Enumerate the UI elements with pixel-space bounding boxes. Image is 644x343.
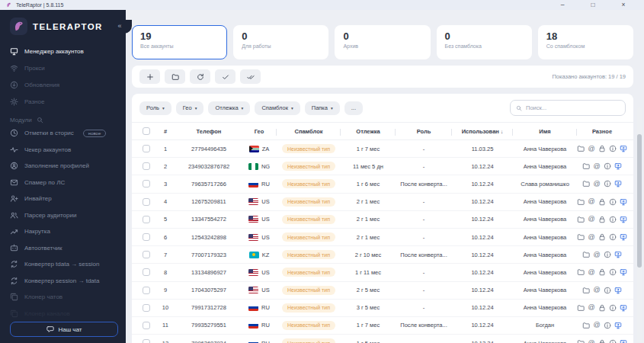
- info-icon[interactable]: [609, 339, 617, 343]
- at-icon[interactable]: @: [593, 162, 601, 170]
- stat-card[interactable]: 19 Все аккаунты: [132, 25, 227, 59]
- maximize-button[interactable]: □: [578, 0, 608, 10]
- monitor-sync-icon[interactable]: [614, 162, 622, 170]
- toolbar-button[interactable]: [139, 69, 160, 84]
- table-row[interactable]: 8 13134896927 US Неизвестный тип 1 г 11 …: [132, 264, 633, 281]
- at-icon[interactable]: @: [588, 198, 595, 206]
- monitor-sync-icon[interactable]: [620, 304, 627, 312]
- folder-icon[interactable]: [582, 287, 590, 294]
- sidebar-nav-item[interactable]: Обновления: [10, 76, 118, 93]
- filter-dropdown[interactable]: Отлежка ▾: [208, 101, 250, 115]
- at-icon[interactable]: @: [593, 180, 601, 188]
- folder-icon[interactable]: [582, 322, 590, 329]
- info-icon[interactable]: [609, 145, 617, 152]
- at-icon[interactable]: @: [588, 268, 595, 276]
- table-row[interactable]: 12 79963607934 RU Неизвестный тип 1 г 5 …: [132, 335, 633, 343]
- stat-card[interactable]: 0 Без спамблока: [437, 25, 532, 59]
- row-checkbox[interactable]: [143, 268, 150, 276]
- monitor-sync-icon[interactable]: [614, 180, 622, 188]
- lock-icon[interactable]: [598, 339, 606, 343]
- monitor-sync-icon[interactable]: [620, 339, 627, 343]
- monitor-sync-icon[interactable]: [620, 145, 627, 152]
- filter-dropdown[interactable]: Гео ▾: [176, 101, 204, 115]
- sidebar-module-item[interactable]: Автоответчик: [10, 240, 118, 257]
- at-icon[interactable]: @: [588, 145, 595, 152]
- monitor-sync-icon[interactable]: [614, 251, 622, 258]
- filter-dropdown[interactable]: Роль ▾: [139, 101, 171, 115]
- folder-icon[interactable]: [577, 198, 585, 206]
- at-icon[interactable]: @: [588, 216, 595, 223]
- table-row[interactable]: 1 27794496435 ZA Неизвестный тип 1 г 7 м…: [132, 140, 633, 158]
- lock-icon[interactable]: [598, 198, 606, 206]
- stat-card[interactable]: 0 Архив: [335, 25, 430, 59]
- lock-icon[interactable]: [598, 268, 606, 276]
- toolbar-button[interactable]: [190, 69, 210, 84]
- at-icon[interactable]: @: [593, 251, 601, 258]
- sidebar-module-item[interactable]: Парсер аудитории: [10, 207, 118, 224]
- monitor-sync-icon[interactable]: [620, 198, 627, 206]
- at-icon[interactable]: @: [588, 339, 595, 343]
- info-icon[interactable]: [604, 322, 611, 329]
- lock-icon[interactable]: [598, 233, 606, 241]
- table-row[interactable]: 3 79635717266 RU Неизвестный тип 1 г 6 м…: [132, 175, 633, 193]
- folder-icon[interactable]: [577, 304, 585, 312]
- search-icon[interactable]: [37, 117, 43, 123]
- col-name[interactable]: Имя: [513, 128, 577, 135]
- filter-dropdown[interactable]: Спамблок ▾: [255, 101, 300, 115]
- col-role[interactable]: Роль: [396, 128, 452, 135]
- sidebar-module-item[interactable]: Чекер аккаунтов: [10, 142, 118, 159]
- sidebar-module-item[interactable]: Спамер по ЛС: [10, 175, 118, 191]
- sidebar-nav-item[interactable]: Прокси: [10, 59, 118, 76]
- row-checkbox[interactable]: [143, 339, 150, 343]
- toolbar-button[interactable]: [165, 69, 185, 84]
- folder-icon[interactable]: [577, 145, 585, 152]
- col-phone[interactable]: Телефон: [176, 128, 242, 135]
- info-icon[interactable]: [604, 162, 611, 170]
- folder-icon[interactable]: [577, 339, 585, 343]
- row-checkbox[interactable]: [143, 162, 150, 170]
- info-icon[interactable]: [604, 287, 611, 294]
- sidebar-module-item[interactable]: Клонер чатов: [10, 289, 118, 306]
- search-input[interactable]: [526, 104, 620, 111]
- minimize-button[interactable]: –: [547, 0, 578, 10]
- info-icon[interactable]: [609, 304, 617, 312]
- at-icon[interactable]: @: [588, 304, 595, 312]
- info-icon[interactable]: [609, 216, 617, 223]
- table-row[interactable]: 9 17043075297 US Неизвестный тип 2 г 5 м…: [132, 282, 633, 300]
- close-button[interactable]: ×: [608, 0, 639, 10]
- row-checkbox[interactable]: [143, 145, 150, 152]
- lock-icon[interactable]: [598, 304, 606, 312]
- lock-icon[interactable]: [598, 216, 606, 223]
- sidebar-module-item[interactable]: Конвертер session → tdata: [10, 273, 118, 290]
- at-icon[interactable]: @: [593, 322, 601, 329]
- sidebar-module-item[interactable]: Клонер каналов: [10, 306, 118, 322]
- row-checkbox[interactable]: [143, 304, 150, 312]
- table-row[interactable]: 6 12543242898 US Неизвестный тип 2 г 1 м…: [132, 229, 633, 246]
- folder-icon[interactable]: [582, 180, 590, 188]
- table-row[interactable]: 2 2349032876782 NG Неизвестный тип 11 ме…: [132, 158, 633, 175]
- scrollbar-thumb[interactable]: [637, 134, 642, 268]
- sidebar-module-item[interactable]: Конвертер tdata → session: [10, 256, 118, 273]
- row-checkbox[interactable]: [143, 287, 150, 294]
- table-row[interactable]: 7 77007179323 KZ Неизвестный тип 2 г 10 …: [132, 246, 633, 264]
- folder-icon[interactable]: [582, 162, 590, 170]
- sidebar-module-item[interactable]: Инвайтер: [10, 191, 118, 207]
- col-spamblock[interactable]: Спамблок: [277, 128, 341, 135]
- our-chat-button[interactable]: Наш чат: [10, 322, 118, 337]
- monitor-sync-icon[interactable]: [620, 216, 627, 223]
- toolbar-button[interactable]: [240, 69, 261, 84]
- monitor-sync-icon[interactable]: [620, 233, 627, 241]
- monitor-sync-icon[interactable]: [620, 268, 627, 276]
- info-icon[interactable]: [609, 268, 617, 276]
- col-num[interactable]: #: [155, 128, 176, 135]
- sidebar-collapse-button[interactable]: «: [107, 20, 132, 34]
- info-icon[interactable]: [604, 180, 611, 188]
- row-checkbox[interactable]: [143, 251, 150, 258]
- monitor-sync-icon[interactable]: [614, 322, 622, 329]
- stat-card[interactable]: 0 Для работы: [233, 25, 328, 59]
- folder-icon[interactable]: [577, 216, 585, 223]
- info-icon[interactable]: [609, 233, 617, 241]
- row-checkbox[interactable]: [143, 216, 150, 223]
- sidebar-nav-item[interactable]: Менеджер аккаунтов: [10, 43, 118, 59]
- col-rest[interactable]: Отлежка: [341, 128, 396, 135]
